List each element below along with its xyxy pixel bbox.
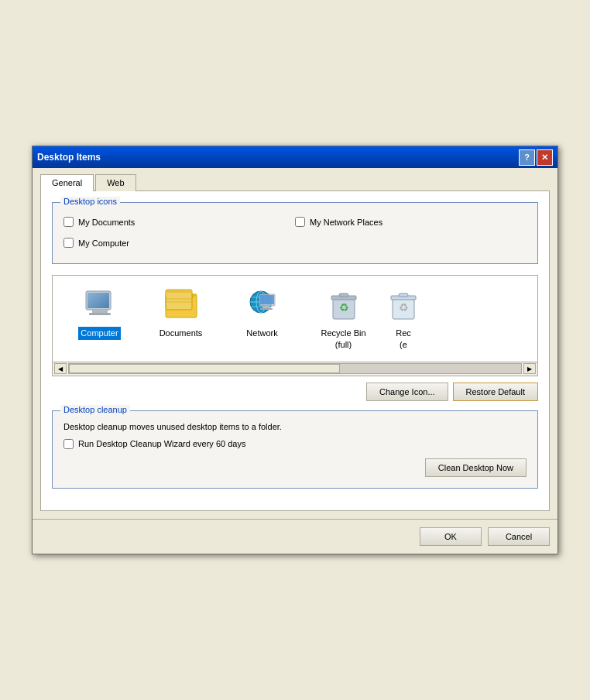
help-button[interactable]: ? (519, 149, 535, 166)
icon-item-computer[interactable]: Computer (59, 283, 140, 354)
my-documents-checkbox[interactable] (63, 217, 74, 227)
title-bar-buttons: ? ✕ (519, 149, 553, 166)
svg-rect-4 (87, 293, 109, 308)
close-button[interactable]: ✕ (537, 149, 553, 166)
svg-rect-8 (166, 290, 192, 293)
svg-text:♻: ♻ (399, 301, 409, 314)
network-icon (244, 287, 281, 324)
tab-bar: General Web (40, 174, 550, 191)
documents-icon-label: Documents (157, 327, 205, 339)
desktop-icons-checkboxes: My Documents My Network Places My Comput… (63, 217, 527, 252)
desktop-cleanup-description: Desktop cleanup moves unused desktop ite… (63, 422, 527, 431)
recycle-bin-empty-icon: ♻ (385, 287, 422, 324)
network-icon-label: Network (244, 327, 280, 339)
svg-text:♻: ♻ (338, 301, 348, 314)
restore-default-button[interactable]: Restore Default (453, 383, 538, 401)
my-network-places-label: My Network Places (310, 218, 382, 227)
desktop-items-dialog: Desktop Items ? ✕ General Web Desktop ic… (32, 146, 558, 554)
scroll-left-button[interactable]: ◀ (54, 363, 67, 374)
ok-button[interactable]: OK (420, 527, 482, 546)
icon-buttons-row: Change Icon... Restore Default (52, 383, 538, 401)
svg-rect-2 (92, 310, 108, 313)
run-cleanup-wizard-row: Run Desktop Cleanup Wizard every 60 days (63, 439, 527, 449)
recycle-bin-full-icon: ♻ (325, 287, 362, 324)
clean-desktop-btn-row: Clean Desktop Now (63, 458, 527, 477)
scroll-thumb[interactable] (69, 364, 340, 373)
my-documents-row: My Documents (63, 217, 295, 227)
desktop-cleanup-group: Desktop cleanup Desktop cleanup moves un… (52, 410, 538, 489)
tab-content-general: Desktop icons My Documents My Network Pl… (40, 190, 550, 511)
svg-rect-26 (399, 293, 408, 297)
icon-list-scrollbar: ◀ ▶ (53, 362, 537, 376)
desktop-icons-group-label: Desktop icons (60, 197, 120, 206)
svg-rect-3 (89, 313, 111, 315)
my-documents-label: My Documents (78, 218, 135, 227)
desktop-icons-group: Desktop icons My Documents My Network Pl… (52, 202, 538, 264)
run-cleanup-wizard-label: Run Desktop Cleanup Wizard every 60 days (78, 439, 245, 448)
computer-icon (81, 287, 118, 324)
scroll-right-button[interactable]: ▶ (523, 363, 536, 374)
my-computer-label: My Computer (78, 238, 129, 248)
scroll-track[interactable] (68, 363, 522, 374)
computer-icon-label: Computer (78, 327, 120, 339)
icon-item-recycle-bin-full[interactable]: ♻ Recycle Bin (full) (303, 283, 384, 354)
tab-web[interactable]: Web (95, 174, 135, 191)
my-network-places-checkbox[interactable] (295, 217, 305, 227)
icon-item-recycle-bin-empty[interactable]: ♻ Rec (e (384, 283, 423, 354)
title-bar: Desktop Items ? ✕ (33, 146, 557, 168)
dialog-title: Desktop Items (37, 152, 101, 163)
svg-rect-19 (260, 308, 273, 310)
clean-desktop-now-button[interactable]: Clean Desktop Now (425, 458, 527, 477)
my-network-places-row: My Network Places (295, 217, 527, 227)
tab-general[interactable]: General (40, 174, 94, 191)
icon-item-network[interactable]: Network (221, 283, 303, 354)
my-computer-checkbox[interactable] (63, 238, 74, 248)
svg-rect-18 (262, 306, 270, 308)
run-cleanup-wizard-checkbox[interactable] (63, 439, 74, 449)
icon-item-documents[interactable]: Documents (140, 283, 221, 354)
desktop-cleanup-group-label: Desktop cleanup (60, 405, 130, 414)
change-icon-button[interactable]: Change Icon... (366, 383, 448, 401)
svg-rect-22 (339, 293, 348, 297)
my-computer-row: My Computer (63, 238, 295, 248)
icon-list: Computer Documents (53, 276, 537, 362)
recycle-bin-empty-icon-label: Rec (e (393, 327, 413, 351)
dialog-body: General Web Desktop icons My Documents M… (33, 168, 557, 519)
dialog-footer: OK Cancel (33, 519, 557, 554)
recycle-bin-full-icon-label: Recycle Bin (full) (318, 327, 368, 351)
icon-list-container: Computer Documents (52, 275, 538, 376)
svg-rect-17 (260, 295, 274, 304)
cancel-button[interactable]: Cancel (488, 527, 550, 546)
documents-icon (163, 287, 200, 324)
